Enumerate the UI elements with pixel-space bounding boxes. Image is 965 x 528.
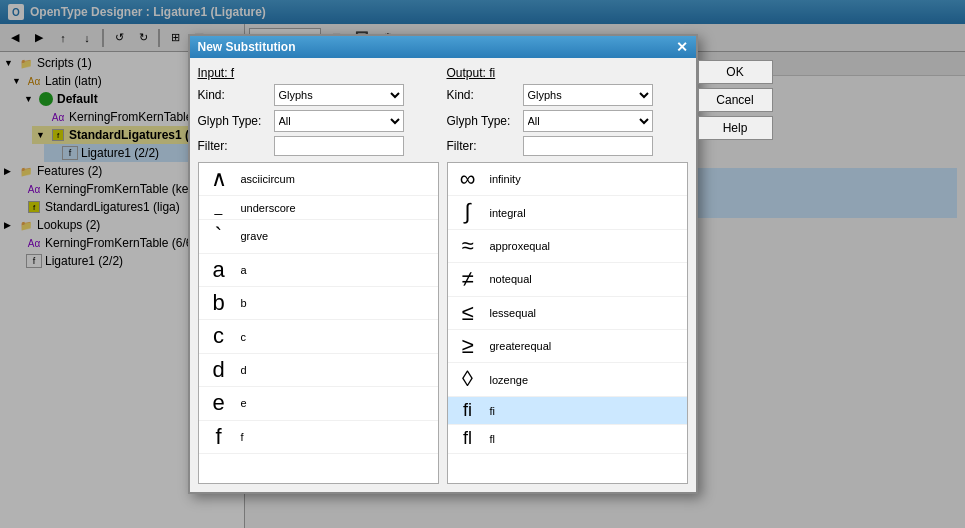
input-filter-field[interactable] (274, 136, 404, 156)
glyph-name-approxequal: approxequal (490, 240, 551, 252)
input-glyph-a[interactable]: a a (199, 254, 438, 287)
input-glyph-asciicircum[interactable]: ∧ asciicircum (199, 163, 438, 196)
input-glyph-type-label: Glyph Type: (198, 114, 268, 128)
glyph-char-fl: fl (454, 428, 482, 450)
new-substitution-dialog: New Substitution ✕ Input: f Kind: (188, 34, 698, 494)
output-glyph-notequal[interactable]: ≠ notequal (448, 263, 687, 296)
glyph-name-c: c (241, 331, 247, 343)
modal-body: Input: f Kind: Glyphs Glyph Type: (190, 58, 696, 492)
glyph-name-notequal: notequal (490, 273, 532, 285)
glyph-name-greaterequal: greaterequal (490, 340, 552, 352)
modal-close-btn[interactable]: ✕ (676, 39, 688, 55)
modal-container: New Substitution ✕ Input: f Kind: (188, 34, 778, 494)
input-glyph-c[interactable]: c c (199, 320, 438, 353)
output-glyph-type-select[interactable]: All (523, 110, 653, 132)
output-glyph-fl[interactable]: fl fl (448, 425, 687, 454)
glyph-char-notequal: ≠ (454, 266, 482, 292)
glyph-char-lessequal: ≤ (454, 300, 482, 326)
output-kind-label: Kind: (447, 88, 517, 102)
glyph-char-greaterequal: ≥ (454, 333, 482, 359)
input-glyph-d[interactable]: d d (199, 354, 438, 387)
glyph-char-underscore: _ (205, 199, 233, 216)
input-col-header: Input: f Kind: Glyphs Glyph Type: (198, 66, 439, 156)
glyph-name-fi: fi (490, 405, 496, 417)
output-filter-field[interactable] (523, 136, 653, 156)
glyph-name-infinity: infinity (490, 173, 521, 185)
glyph-name-lessequal: lessequal (490, 307, 536, 319)
glyph-char-grave: ` (205, 223, 233, 249)
output-glyph-list-col: ∞ infinity ∫ integral ≈ approxequal (447, 162, 688, 484)
modal-overlay: New Substitution ✕ Input: f Kind: (0, 0, 965, 528)
output-glyph-infinity[interactable]: ∞ infinity (448, 163, 687, 196)
app-window: O OpenType Designer : Ligature1 (Ligatur… (0, 0, 965, 528)
output-glyph-list[interactable]: ∞ infinity ∫ integral ≈ approxequal (447, 162, 688, 484)
input-glyph-list[interactable]: ∧ asciicircum _ underscore ` grave (198, 162, 439, 484)
io-header-row: Input: f Kind: Glyphs Glyph Type: (198, 66, 688, 156)
output-glyph-type-label: Glyph Type: (447, 114, 517, 128)
glyph-name-underscore: underscore (241, 202, 296, 214)
input-glyph-grave[interactable]: ` grave (199, 220, 438, 253)
glyph-char-approxequal: ≈ (454, 233, 482, 259)
glyph-lists: ∧ asciicircum _ underscore ` grave (198, 162, 688, 484)
glyph-char-a: a (205, 257, 233, 283)
input-glyph-b[interactable]: b b (199, 287, 438, 320)
glyph-char-f: f (205, 424, 233, 450)
output-filter-label: Filter: (447, 139, 517, 153)
glyph-name-a: a (241, 264, 247, 276)
glyph-char-lozenge: ◊ (454, 366, 482, 392)
help-button[interactable]: Help (698, 116, 773, 140)
output-kind-select[interactable]: Glyphs (523, 84, 653, 106)
glyph-name-fl: fl (490, 433, 496, 445)
glyph-name-f: f (241, 431, 244, 443)
input-kind-select[interactable]: Glyphs (274, 84, 404, 106)
glyph-char-integral: ∫ (454, 199, 482, 225)
output-kind-row: Kind: Glyphs (447, 84, 688, 106)
input-glyph-list-col: ∧ asciicircum _ underscore ` grave (198, 162, 439, 484)
output-col-header: Output: fi Kind: Glyphs Glyph Type: (447, 66, 688, 156)
output-filter-row: Filter: (447, 136, 688, 156)
glyph-char-c: c (205, 323, 233, 349)
glyph-name-d: d (241, 364, 247, 376)
glyph-name-integral: integral (490, 207, 526, 219)
input-glyph-f[interactable]: f f (199, 421, 438, 454)
output-glyph-greaterequal[interactable]: ≥ greaterequal (448, 330, 687, 363)
input-glyph-type-row: Glyph Type: All (198, 110, 439, 132)
output-glyph-approxequal[interactable]: ≈ approxequal (448, 230, 687, 263)
output-glyph-lessequal[interactable]: ≤ lessequal (448, 297, 687, 330)
output-glyph-integral[interactable]: ∫ integral (448, 196, 687, 229)
glyph-char-infinity: ∞ (454, 166, 482, 192)
input-kind-row: Kind: Glyphs (198, 84, 439, 106)
glyph-char-fi: fi (454, 400, 482, 422)
modal-buttons: OK Cancel Help (698, 34, 778, 494)
output-glyph-fi[interactable]: fi fi (448, 397, 687, 426)
modal-titlebar: New Substitution ✕ (190, 36, 696, 58)
input-filter-row: Filter: (198, 136, 439, 156)
glyph-name-asciicircum: asciicircum (241, 173, 295, 185)
glyph-char-asciicircum: ∧ (205, 166, 233, 192)
glyph-name-grave: grave (241, 230, 269, 242)
glyph-name-e: e (241, 397, 247, 409)
input-label: Input: f (198, 66, 439, 80)
output-glyph-type-row: Glyph Type: All (447, 110, 688, 132)
input-filter-label: Filter: (198, 139, 268, 153)
input-kind-label: Kind: (198, 88, 268, 102)
glyph-char-e: e (205, 390, 233, 416)
modal-title: New Substitution (198, 40, 296, 54)
input-glyph-e[interactable]: e e (199, 387, 438, 420)
input-glyph-type-select[interactable]: All (274, 110, 404, 132)
glyph-char-b: b (205, 290, 233, 316)
output-label: Output: fi (447, 66, 688, 80)
ok-button[interactable]: OK (698, 60, 773, 84)
glyph-name-lozenge: lozenge (490, 374, 529, 386)
input-glyph-underscore[interactable]: _ underscore (199, 196, 438, 220)
glyph-char-d: d (205, 357, 233, 383)
glyph-name-b: b (241, 297, 247, 309)
cancel-button[interactable]: Cancel (698, 88, 773, 112)
output-glyph-lozenge[interactable]: ◊ lozenge (448, 363, 687, 396)
